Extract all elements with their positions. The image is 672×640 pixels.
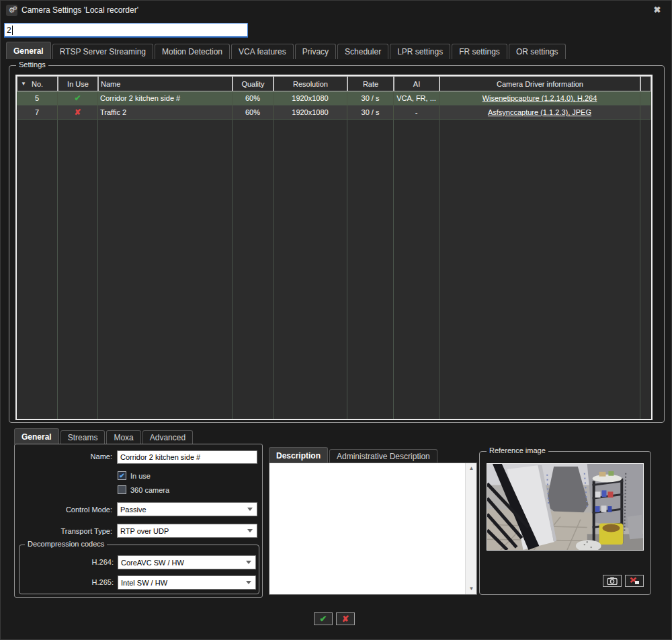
table-row-camera-7[interactable]: 7 ✘ Traffic 2 60% 1920x1080 30 / s - Asf… <box>17 106 651 120</box>
cell-resolution: 1920x1080 <box>274 106 347 120</box>
h264-codec-select[interactable]: CoreAVC SW / HW <box>118 555 256 569</box>
title-bar: ⚙⚙ Camera Settings 'Local recorder' ✖ <box>1 1 671 19</box>
360-camera-checkbox-label: 360 camera <box>130 486 169 494</box>
description-tabbar: DescriptionAdministrative Description <box>269 447 439 463</box>
table-header-row: ▼ No. In Use Name Quality Resolution Rat… <box>17 76 651 91</box>
remove-image-icon <box>630 577 640 585</box>
360-camera-checkbox-row[interactable]: 360 camera <box>118 485 169 494</box>
cell-filler <box>640 106 651 120</box>
detail-tab-general[interactable]: General <box>14 428 59 444</box>
sort-descending-icon[interactable]: ▼ <box>21 81 26 87</box>
detail-tab-advanced[interactable]: Advanced <box>142 430 193 444</box>
table-row-camera-5[interactable]: 5 ✔ Corridor 2 kitchen side # 60% 1920x1… <box>17 91 651 106</box>
window-title: Camera Settings 'Local recorder' <box>22 1 138 19</box>
chevron-down-icon <box>247 529 253 532</box>
chevron-down-icon <box>246 561 251 564</box>
cell-ai: - <box>394 106 439 120</box>
name-label: Name: <box>15 452 112 461</box>
in-use-cross-icon: ✘ <box>58 106 98 120</box>
close-icon[interactable]: ✖ <box>651 4 663 16</box>
camera-table: ▼ No. In Use Name Quality Resolution Rat… <box>15 75 653 420</box>
general-detail-panel: Name: Corridor 2 kitchen side # ✔ In use… <box>14 444 263 598</box>
ok-button[interactable]: ✔ <box>314 612 333 625</box>
tab-general[interactable]: General <box>6 42 51 59</box>
column-header-rate[interactable]: Rate <box>347 76 394 91</box>
column-header-driver[interactable]: Camera Driver information <box>439 76 640 91</box>
checkmark-icon: ✔ <box>119 472 124 479</box>
driver-info-link[interactable]: Wisenetipcapture (1.2.14.0), H.264 <box>482 94 597 102</box>
tab-scheduler[interactable]: Scheduler <box>337 44 388 59</box>
tab-rtsp-server-streaming[interactable]: RTSP Server Streaming <box>52 44 153 59</box>
in-use-checkbox-row[interactable]: ✔ In use <box>118 471 151 480</box>
cancel-cross-icon: ✘ <box>342 614 349 624</box>
chevron-down-icon <box>247 508 253 511</box>
camera-name-input[interactable]: Corridor 2 kitchen side # <box>117 450 257 464</box>
detail-tab-streams[interactable]: Streams <box>60 430 106 444</box>
tab-or-settings[interactable]: OR settings <box>509 44 566 59</box>
cell-quality: 60% <box>233 91 274 106</box>
h265-label: H.265: <box>19 578 114 586</box>
transport-type-label: Transport Type: <box>15 527 112 535</box>
column-header-quality[interactable]: Quality <box>233 76 274 91</box>
in-use-checkbox-label: In use <box>130 472 151 480</box>
column-header-in-use[interactable]: In Use <box>58 76 98 91</box>
cell-driver: Asfsynccapture (1.1.2.3), JPEG <box>439 106 640 120</box>
cell-rate: 30 / s <box>347 91 394 106</box>
column-header-name[interactable]: Name <box>98 76 233 91</box>
cell-filler <box>640 91 651 106</box>
cell-rate: 30 / s <box>347 106 394 120</box>
chevron-down-icon <box>246 581 251 584</box>
tab-privacy[interactable]: Privacy <box>295 44 336 59</box>
text-caret <box>12 26 13 35</box>
cell-quality: 60% <box>233 106 274 120</box>
column-header-filler <box>640 76 651 91</box>
reference-image-groupbox: Reference image <box>479 451 651 595</box>
column-header-resolution[interactable]: Resolution <box>274 76 347 91</box>
tab-description[interactable]: Description <box>269 447 328 463</box>
360-camera-checkbox[interactable] <box>118 485 126 494</box>
main-tabbar: GeneralRTSP Server StreamingMotion Detec… <box>6 42 567 59</box>
tab-vca-features[interactable]: VCA features <box>231 44 294 59</box>
control-mode-select[interactable]: Passive <box>117 502 257 516</box>
decompression-codecs-groupbox: Decompression codecs H.264: CoreAVC SW /… <box>19 545 259 594</box>
scroll-down-icon[interactable]: ▼ <box>466 584 477 594</box>
filter-input[interactable]: 2 <box>4 23 248 38</box>
camera-icon <box>607 577 618 585</box>
camera-settings-window: ⚙⚙ Camera Settings 'Local recorder' ✖ 2 … <box>0 0 672 640</box>
tab-lpr-settings[interactable]: LPR settings <box>390 44 450 59</box>
cell-ai: VCA, FR, ... <box>394 91 439 106</box>
tab-fr-settings[interactable]: FR settings <box>452 44 507 59</box>
transport-type-select[interactable]: RTP over UDP <box>117 524 257 538</box>
tab-motion-detection[interactable]: Motion Detection <box>155 44 230 59</box>
reference-image-label: Reference image <box>487 446 548 454</box>
in-use-check-icon: ✔ <box>58 91 98 106</box>
cell-no: 5 <box>17 91 58 106</box>
capture-reference-button[interactable] <box>603 575 622 587</box>
table-empty-area <box>17 120 651 419</box>
cell-name: Corridor 2 kitchen side # <box>98 91 233 106</box>
description-scrollbar[interactable]: ▲ ▼ <box>465 463 476 594</box>
driver-info-link[interactable]: Asfsynccapture (1.1.2.3), JPEG <box>488 108 591 116</box>
detail-tabbar: GeneralStreamsMoxaAdvanced <box>14 428 194 444</box>
in-use-checkbox[interactable]: ✔ <box>118 471 126 480</box>
scroll-up-icon[interactable]: ▲ <box>466 463 477 474</box>
cancel-button[interactable]: ✘ <box>336 612 355 625</box>
clear-reference-button[interactable] <box>625 575 644 587</box>
reference-image <box>487 463 644 551</box>
detail-tab-moxa[interactable]: Moxa <box>106 430 140 444</box>
control-mode-label: Control Mode: <box>15 506 112 514</box>
cell-driver: Wisenetipcapture (1.2.14.0), H.264 <box>439 91 640 106</box>
description-panel: ▲ ▼ <box>269 463 477 595</box>
filter-value: 2 <box>7 26 11 35</box>
ok-check-icon: ✔ <box>320 614 327 624</box>
column-header-no[interactable]: ▼ No. <box>17 76 58 91</box>
decompression-codecs-label: Decompression codecs <box>25 540 107 548</box>
description-textarea[interactable] <box>269 463 465 594</box>
tab-administrative-description[interactable]: Administrative Description <box>329 449 437 463</box>
column-header-ai[interactable]: AI <box>394 76 439 91</box>
cell-name: Traffic 2 <box>98 106 233 120</box>
settings-group-label: Settings <box>16 61 48 69</box>
h264-label: H.264: <box>19 558 114 566</box>
h265-codec-select[interactable]: Intel SW / HW <box>118 575 256 590</box>
camera-settings-gear-icon: ⚙⚙ <box>6 5 17 16</box>
